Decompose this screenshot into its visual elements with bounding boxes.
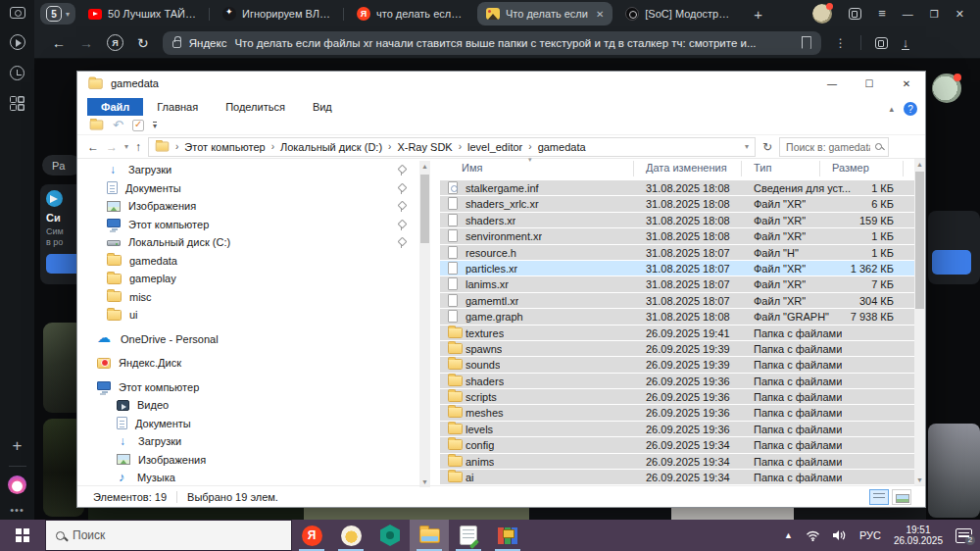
sidebar-item-загрузки[interactable]: Загрузки <box>83 161 419 179</box>
browser-tab-2[interactable]: Игнорируем ВЛАД <box>214 2 339 25</box>
file-row[interactable]: particles.xr31.08.2025 18:07Файл "XR"1 3… <box>440 261 915 276</box>
explorer-search[interactable] <box>779 137 889 157</box>
help-icon[interactable]: ? <box>904 102 917 116</box>
sidebar-item-документы[interactable]: Документы <box>83 179 419 198</box>
volume-icon[interactable] <box>833 529 847 541</box>
file-row[interactable]: stalkergame.inf31.08.2025 18:08Сведения … <box>440 180 915 195</box>
sidebar-item-изображения[interactable]: Изображения <box>83 197 419 216</box>
page-thumbnail[interactable] <box>928 424 980 518</box>
new-tab-button[interactable]: + <box>746 6 770 23</box>
sidebar-item-этот-компьютер[interactable]: Этот компьютер <box>83 378 419 397</box>
yandex-services-icon[interactable] <box>107 34 123 51</box>
file-row[interactable]: textures26.09.2025 19:41Папка с файлами <box>440 326 915 340</box>
forward-icon[interactable]: → <box>79 35 93 51</box>
collections-icon[interactable] <box>875 37 888 49</box>
sidebar-item-видео[interactable]: Видео <box>83 396 419 415</box>
breadcrumb-segment[interactable]: Этот компьютер <box>184 141 265 153</box>
start-button[interactable] <box>0 520 45 551</box>
explorer-minimize-button[interactable]: — <box>813 72 851 95</box>
sidebar-item-локальный-диск-c-[interactable]: Локальный диск (C:) <box>83 233 419 252</box>
column-header-type[interactable]: Тип <box>754 162 771 174</box>
browser-tab-3[interactable]: что делать если фа <box>348 2 473 25</box>
browser-menu-icon[interactable]: ≡ <box>878 9 886 19</box>
browser-close-button[interactable]: ✕ <box>956 8 964 21</box>
explorer-maximize-button[interactable]: ☐ <box>851 72 888 95</box>
browser-tab-4[interactable]: Что делать если✕ <box>477 2 612 25</box>
scrollbar-thumb[interactable] <box>915 172 924 309</box>
file-row[interactable]: shaders.xr31.08.2025 18:08Файл "XR"159 К… <box>440 213 915 227</box>
tabs-panel-icon[interactable] <box>849 8 861 20</box>
file-row[interactable]: config26.09.2025 19:34Папка с файлами <box>440 437 915 452</box>
alice-icon[interactable] <box>8 476 26 494</box>
file-explorer-button[interactable] <box>410 520 449 551</box>
explorer-close-button[interactable]: ✕ <box>888 72 925 95</box>
sidebar-item-изображения[interactable]: Изображения <box>83 451 419 470</box>
file-row[interactable]: resource.h31.08.2025 18:07Файл "H"1 КБ <box>440 245 915 260</box>
file-row[interactable]: ai26.09.2025 19:34Папка с файлами <box>440 470 915 484</box>
file-row[interactable]: shaders26.09.2025 19:36Папка с файлами <box>440 374 915 388</box>
more-icon[interactable]: ••• <box>10 504 24 516</box>
sidebar-item-misc[interactable]: misc <box>83 288 419 307</box>
browser-minimize-button[interactable]: — <box>903 8 913 20</box>
sidebar-item-onedrive-personal[interactable]: OneDrive - Personal <box>83 330 419 349</box>
nav-forward-icon[interactable]: → <box>106 140 118 154</box>
winrar-button[interactable] <box>488 520 527 551</box>
details-view-button[interactable] <box>869 489 889 505</box>
sidebar-item-этот-компьютер[interactable]: Этот компьютер <box>83 216 419 234</box>
yandex-mail-button[interactable] <box>331 520 370 551</box>
tab-counter[interactable]: 5 ▾ <box>40 3 75 25</box>
back-icon[interactable]: ← <box>52 35 66 51</box>
customize-toolbar-icon[interactable]: ▾ <box>153 122 157 129</box>
scrollbar-thumb[interactable] <box>420 175 429 243</box>
breadcrumb-segment[interactable]: X-Ray SDK <box>397 141 452 153</box>
file-row[interactable]: scripts26.09.2025 19:36Папка с файлами <box>440 389 915 404</box>
text-editor-button[interactable] <box>449 520 488 551</box>
browser-tab-1[interactable]: 50 Лучших ТАЙНИ <box>79 2 205 25</box>
column-header-name[interactable]: Имя <box>462 162 482 174</box>
address-bar[interactable]: Яндекс Что делать если файлы xr начали с… <box>163 31 821 55</box>
file-row[interactable]: shaders_xrlc.xr31.08.2025 18:08Файл "XR"… <box>440 196 915 211</box>
sidebar-item-документы[interactable]: Документы <box>83 415 419 433</box>
ribbon-collapse-icon[interactable]: ▴ <box>889 104 894 114</box>
taskbar-search[interactable] <box>45 520 292 551</box>
browser-tab-5[interactable]: [SoC] Модострой: в <box>616 2 742 25</box>
file-row[interactable]: levels26.09.2025 19:36Папка с файлами <box>440 422 915 436</box>
browser-maximize-button[interactable]: ❐ <box>930 9 939 20</box>
scroll-up-icon[interactable]: ▲ <box>914 159 925 170</box>
tray-expand-icon[interactable]: ▲ <box>784 530 793 540</box>
ribbon-tab-view[interactable]: Вид <box>299 98 346 116</box>
file-row[interactable]: sounds26.09.2025 19:39Папка с файлами <box>440 357 915 372</box>
hexagon-app-button[interactable] <box>370 520 410 551</box>
taskbar-search-input[interactable] <box>73 528 281 542</box>
ribbon-tab-home[interactable]: Главная <box>143 98 212 116</box>
bookmark-icon[interactable] <box>802 36 811 49</box>
language-indicator[interactable]: РУС <box>859 529 881 541</box>
scroll-up-icon[interactable]: ▲ <box>419 161 430 172</box>
up-icon[interactable]: ↑ <box>135 140 141 154</box>
sidebar-item-музыка[interactable]: Музыка <box>83 469 419 485</box>
action-center-icon[interactable]: 2 <box>956 528 972 543</box>
tab-close-icon[interactable]: ✕ <box>596 9 604 20</box>
file-row[interactable]: anims26.09.2025 19:34Папка с файлами <box>440 454 915 469</box>
profile-avatar[interactable] <box>812 4 832 24</box>
sidebar-item-gameplay[interactable]: gameplay <box>83 270 419 288</box>
page-expand-button[interactable]: Pa <box>42 155 81 175</box>
file-row[interactable]: meshes26.09.2025 19:36Папка с файлами <box>440 405 915 420</box>
file-row[interactable]: game.graph31.08.2025 18:08Файл "GRAPH"7 … <box>440 309 915 324</box>
card-button[interactable] <box>932 250 971 275</box>
sidebar-item-ui[interactable]: ui <box>83 306 419 325</box>
sidebar-item-яндекс-диск[interactable]: Яндекс.Диск <box>83 354 419 373</box>
column-header-date[interactable]: Дата изменения <box>646 162 727 174</box>
nav-scrollbar[interactable]: ▲ ▼ <box>419 161 430 487</box>
breadcrumb-segment[interactable]: Локальный диск (D:) <box>280 141 382 153</box>
address-dropdown-icon[interactable]: ▾ <box>745 142 749 151</box>
screenshot-icon[interactable] <box>10 7 25 19</box>
sidebar-item-gamedata[interactable]: gamedata <box>83 252 419 271</box>
address-more-icon[interactable]: ⋮ <box>835 36 847 50</box>
wifi-icon[interactable] <box>806 530 820 541</box>
file-row[interactable]: senvironment.xr31.08.2025 18:08Файл "XR"… <box>440 228 915 243</box>
ribbon-tab-share[interactable]: Поделиться <box>212 98 299 116</box>
file-row[interactable]: lanims.xr31.08.2025 18:07Файл "XR"7 КБ <box>440 276 915 291</box>
file-scrollbar[interactable]: ▲ ▼ <box>914 159 925 485</box>
properties-check-icon[interactable] <box>132 120 144 131</box>
